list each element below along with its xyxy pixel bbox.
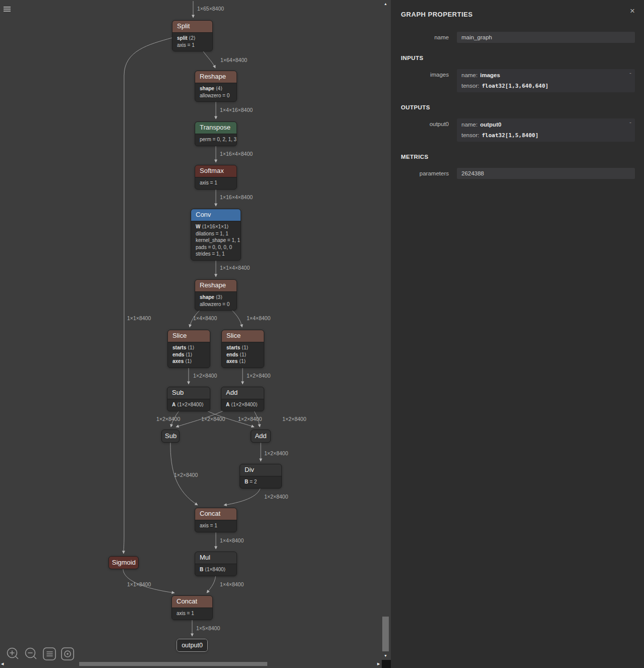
node-softmax[interactable]: Softmaxaxis = 1 [195,165,237,190]
node-transpose[interactable]: Transposeperm = 0, 2, 1, 3 [195,122,237,146]
output-name-value: output0 [480,122,501,128]
node-title: Softmax [195,165,237,177]
collapse-toggle-icon[interactable]: - [629,70,631,77]
node-slice1[interactable]: Slicestarts ⟨1⟩ends ⟨1⟩axes ⟨1⟩ [167,330,210,368]
node-title: Sub [167,387,210,399]
close-icon[interactable]: × [630,7,635,15]
inputs-section-header: INPUTS [391,55,644,61]
node-attributes: A ⟨1×2×8400⟩ [167,399,210,411]
node-attributes: split ⟨2⟩axis = 1 [172,32,212,51]
node-attribute: A ⟨1×2×8400⟩ [226,401,259,408]
graph-canvas[interactable]: Splitsplit ⟨2⟩axis = 1Reshapeshape ⟨4⟩al… [0,0,391,668]
metrics-row: parameters 2624388 [391,168,644,179]
node-attribute: B = 2 [245,478,277,485]
node-attributes: W ⟨1×16×1×1⟩dilations = 1, 1kernel_shape… [191,221,241,260]
scroll-right-icon[interactable]: ▶ [377,662,380,666]
node-title: Concat [195,508,237,520]
model-properties-button[interactable] [42,647,57,662]
node-sub2[interactable]: Sub [161,430,180,443]
node-attribute: axis = 1 [177,42,208,49]
field-key: tensor: [461,83,479,89]
node-reshape2[interactable]: Reshapeshape ⟨3⟩allowzero = 0 [195,279,237,311]
node-title: Sigmoid [109,557,138,569]
node-slice2[interactable]: Slicestarts ⟨1⟩ends ⟨1⟩axes ⟨1⟩ [221,330,264,368]
node-reshape1[interactable]: Reshapeshape ⟨4⟩allowzero = 0 [195,71,237,102]
node-title: Mul [195,552,237,564]
edge-split-to-sigmoid [124,38,172,554]
outputs-section-header: OUTPUTS [391,104,644,110]
edge-shape-label: 1×65×8400 [197,6,224,12]
node-output0[interactable]: output0 [177,639,208,652]
node-attributes: shape ⟨3⟩allowzero = 0 [195,291,237,310]
output-value-box: - name:output0 tensor:float32[1,5,8400] [457,118,635,142]
node-title: Add [251,430,270,442]
edge-shape-label: 1×2×8400 [264,494,288,500]
edge-shape-label: 1×4×16×8400 [220,107,253,113]
node-attribute: axis = 1 [200,179,232,187]
zoom-out-icon [24,647,38,661]
node-sub1[interactable]: SubA ⟨1×2×8400⟩ [167,387,210,411]
collapse-toggle-icon[interactable]: - [629,119,631,126]
node-attributes: B = 2 [240,476,281,488]
output-label: output0 [401,118,449,127]
node-attribute: axes ⟨1⟩ [226,358,259,365]
field-key: name: [461,122,478,128]
graph-name-input[interactable] [457,32,635,43]
node-title: Reshape [195,280,237,291]
node-concat2[interactable]: Concataxis = 1 [171,595,213,620]
zoom-in-button[interactable] [6,647,21,662]
input-label: images [401,69,449,78]
edge-shape-label: 1×4×8400 [220,581,244,587]
node-sigmoid[interactable]: Sigmoid [108,556,139,569]
edge-shape-label: 1×4×8400 [220,537,244,543]
horizontal-scrollbar-thumb[interactable] [79,662,267,666]
node-attribute: dilations = 1, 1 [196,230,236,237]
menu-icon[interactable] [4,4,14,14]
node-title: output0 [177,639,207,651]
node-split[interactable]: Splitsplit ⟨2⟩axis = 1 [172,20,213,51]
field-key: name: [461,72,478,78]
node-div[interactable]: DivB = 2 [240,464,282,489]
input-name-value: images [480,72,500,78]
node-attributes: perm = 0, 2, 1, 3 [195,134,237,146]
vertical-scrollbar-thumb[interactable] [382,617,389,651]
node-title: Reshape [195,71,237,83]
node-attribute: W ⟨1×16×1×1⟩ [196,223,236,230]
node-attributes: axis = 1 [172,608,212,620]
node-attribute: starts ⟨1⟩ [172,344,205,351]
edge-shape-label: 1×16×4×8400 [220,194,253,200]
edge-shape-label: 1×2×8400 [264,450,288,456]
node-add1[interactable]: AddA ⟨1×2×8400⟩ [221,387,264,411]
edge-shape-label: 1×1×8400 [127,315,151,321]
scroll-left-icon[interactable]: ◀ [1,662,4,666]
edge-shape-label: 1×2×8400 [238,416,262,422]
edge-shape-label: 1×2×8400 [282,416,306,422]
edge-sigmoid-to-concat2 [123,569,174,593]
node-attributes: starts ⟨1⟩ends ⟨1⟩axes ⟨1⟩ [222,342,264,368]
node-mul[interactable]: MulB ⟨1×8400⟩ [195,552,237,576]
node-attribute: starts ⟨1⟩ [226,344,259,351]
scroll-down-icon[interactable]: ▼ [384,654,387,658]
target-icon [61,647,75,661]
edge-shape-label: 1×2×8400 [247,373,270,379]
node-conv[interactable]: ConvW ⟨1×16×1×1⟩dilations = 1, 1kernel_s… [191,209,241,261]
node-title: Add [221,387,264,399]
edge-shape-label: 1×4×8400 [193,315,217,321]
node-attribute: axis = 1 [200,522,232,529]
netron-app: Splitsplit ⟨2⟩axis = 1Reshapeshape ⟨4⟩al… [0,0,644,668]
node-add2[interactable]: Add [251,430,271,443]
node-attributes: axis = 1 [195,520,237,532]
node-attribute: kernel_shape = 1, 1 [196,237,236,244]
zoom-out-button[interactable] [24,647,39,662]
node-attributes: shape ⟨4⟩allowzero = 0 [195,83,237,101]
edge-shape-label: 1×5×8400 [196,625,220,631]
node-attribute: ends ⟨1⟩ [226,351,259,358]
parameters-value: 2624388 [457,168,635,179]
locate-button[interactable] [60,647,75,662]
node-concat1[interactable]: Concataxis = 1 [195,508,237,532]
node-attribute: shape ⟨4⟩ [200,85,232,92]
edge-shape-label: 1×16×4×8400 [220,151,253,157]
scroll-up-icon[interactable]: ▲ [384,2,387,6]
edge-shape-label: 1×1×4×8400 [220,265,250,271]
output-row: output0 - name:output0 tensor:float32[1,… [391,118,644,142]
